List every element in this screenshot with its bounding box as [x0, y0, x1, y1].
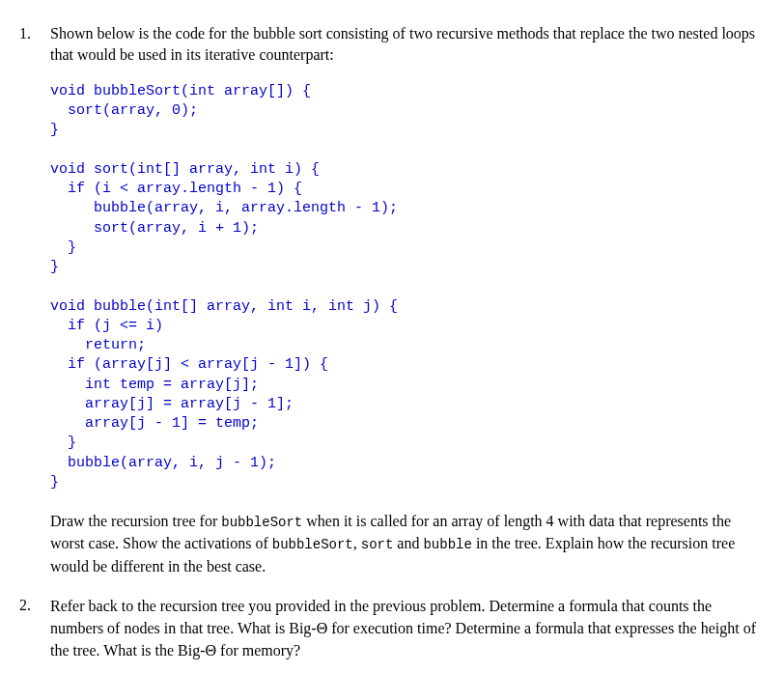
q1-text-a: Draw the recursion tree for — [50, 513, 221, 529]
question-1-content: Shown below is the code for the bubble s… — [50, 23, 765, 577]
question-1-prompt: Draw the recursion tree for bubbleSort w… — [50, 510, 765, 577]
q1-text-d: and — [393, 535, 423, 551]
question-1-intro: Shown below is the code for the bubble s… — [50, 23, 765, 67]
q1-code-bubble: bubble — [423, 537, 471, 552]
q1-code-sort: sort — [361, 537, 394, 552]
question-1-number: 1. — [19, 23, 50, 577]
question-1-code: void bubbleSort(int array[]) { sort(arra… — [50, 82, 765, 492]
question-2-content: Refer back to the recursion tree you pro… — [50, 595, 765, 662]
question-1: 1. Shown below is the code for the bubbl… — [19, 23, 765, 577]
q1-code-bubblesort: bubbleSort — [221, 515, 302, 530]
question-2-text: Refer back to the recursion tree you pro… — [50, 598, 756, 659]
question-2: 2. Refer back to the recursion tree you … — [19, 595, 765, 662]
q1-text-c: , — [353, 535, 361, 551]
q1-code-bubblesort2: bubbleSort — [272, 537, 353, 552]
question-2-number: 2. — [19, 595, 50, 662]
